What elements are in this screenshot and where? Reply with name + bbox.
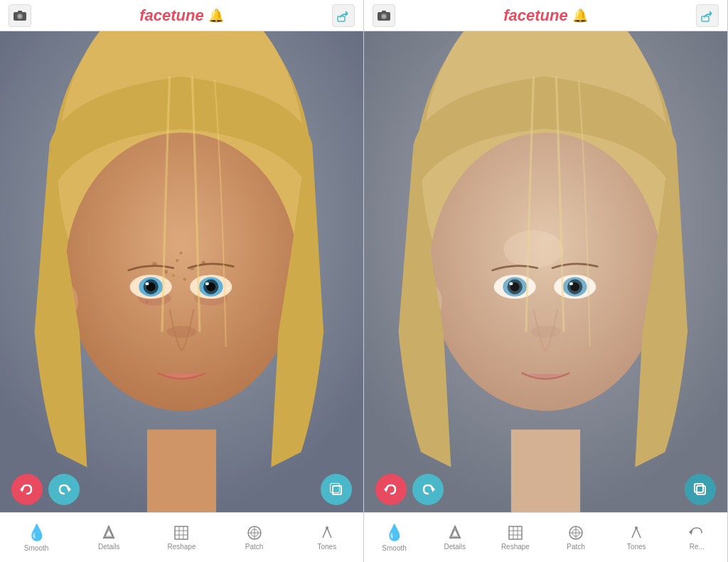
tool-details-after[interactable]: Details [435,525,474,551]
toolbar-before: 💧 Smooth Details Reshape [0,512,363,562]
reshape-label: Reshape [167,543,196,551]
svg-rect-97 [509,526,522,539]
undo-redo-group-after [375,474,444,505]
redo-button-after[interactable] [412,474,444,505]
reshape-label-after: Reshape [501,543,530,551]
smooth-label: Smooth [24,544,48,552]
svg-point-106 [635,526,638,529]
svg-point-24 [179,251,182,254]
svg-rect-51 [175,526,188,539]
share-icon [337,9,350,22]
svg-rect-3 [18,11,22,13]
svg-point-32 [145,282,149,285]
svg-point-71 [429,133,662,411]
svg-point-79 [509,282,513,285]
svg-point-63 [382,14,386,18]
svg-marker-107 [689,529,692,535]
details-label: Details [98,543,120,551]
tool-reshape-before[interactable]: Reshape [162,525,201,551]
svg-point-60 [326,526,328,529]
svg-point-84 [569,282,573,285]
undo-button-after[interactable] [375,474,407,505]
smooth-icon-after: 💧 [385,524,404,542]
tool-re-after[interactable]: Re... [678,525,717,551]
share-icon-after [701,9,714,22]
tool-smooth-before[interactable]: 💧 Smooth [17,524,56,552]
svg-marker-44 [68,487,71,492]
patch-icon [247,525,262,541]
svg-marker-90 [384,487,387,492]
svg-marker-91 [432,487,435,492]
logo-text-after: facetune [503,6,567,25]
tones-icon [319,525,335,541]
patch-label: Patch [245,543,264,551]
tool-patch-after[interactable]: Patch [557,525,596,551]
svg-point-85 [530,326,560,338]
undo-button-before[interactable] [11,474,43,505]
smooth-icon: 💧 [27,524,46,542]
patch-label-after: Patch [567,543,585,551]
photo-area-before [0,31,363,512]
photo-area-after [364,31,727,512]
svg-point-2 [18,14,22,18]
copy-button-before[interactable] [321,474,352,505]
camera-button-before[interactable] [9,4,31,27]
svg-point-17 [183,277,186,280]
tones-label-after: Tones [627,543,646,551]
before-photo [0,31,363,512]
patch-icon-after [568,525,584,541]
camera-button-after[interactable] [373,4,395,27]
svg-rect-65 [702,16,709,21]
svg-point-25 [172,274,175,277]
re-icon-after [689,525,705,541]
toolbar-after: 💧 Smooth Details Reshape [364,512,727,562]
reshape-icon-after [508,525,523,541]
share-button-before[interactable] [332,4,355,27]
svg-point-38 [166,326,196,338]
svg-rect-64 [382,11,386,13]
svg-point-72 [503,230,564,268]
camera-icon [14,11,26,21]
svg-rect-4 [338,16,345,21]
svg-rect-92 [695,484,703,492]
after-photo [364,31,727,512]
before-panel: facetune 🔔 [0,0,364,562]
share-button-after[interactable] [696,4,719,27]
tool-patch-before[interactable]: Patch [235,525,274,551]
tones-icon-after [628,525,644,541]
tones-label: Tones [318,543,337,551]
reshape-icon [173,525,189,541]
tool-details-before[interactable]: Details [90,525,129,551]
header-after: facetune 🔔 [364,0,727,31]
after-panel: facetune 🔔 [364,0,728,562]
tool-reshape-after[interactable]: Reshape [496,525,535,551]
notification-icon-after: 🔔 [572,8,588,23]
svg-point-37 [205,282,209,285]
tool-smooth-after[interactable]: 💧 Smooth [375,524,414,552]
svg-point-10 [65,133,298,411]
tool-tones-after[interactable]: Tones [617,525,656,551]
svg-rect-47 [331,484,339,492]
details-label-after: Details [444,543,466,551]
details-icon-after [447,525,463,541]
action-buttons-after [364,474,727,505]
copy-button-after[interactable] [685,474,716,505]
logo-text-before: facetune [139,6,203,25]
redo-button-before[interactable] [48,474,80,505]
logo-name-after: facetune [503,6,567,24]
re-label-after: Re... [690,543,705,551]
notification-icon: 🔔 [208,8,224,23]
smooth-label-after: Smooth [382,544,406,552]
camera-icon-after [378,11,390,21]
tool-tones-before[interactable]: Tones [307,525,346,551]
logo-after: facetune 🔔 [503,6,587,25]
undo-redo-group [11,474,80,505]
svg-marker-43 [20,487,23,492]
svg-point-13 [176,259,178,262]
logo-before: facetune 🔔 [139,6,223,25]
header-before: facetune 🔔 [0,0,363,31]
action-buttons-before [0,474,363,505]
details-icon [101,525,117,541]
